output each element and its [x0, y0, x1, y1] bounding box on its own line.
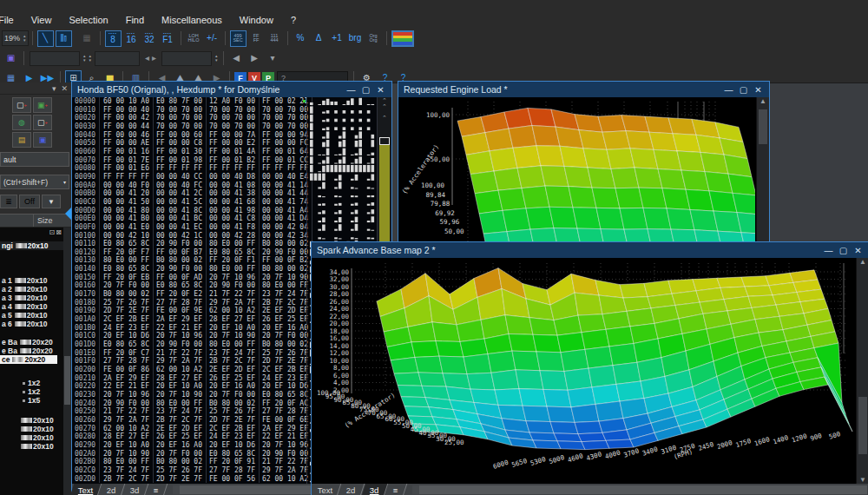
spark-advance-3d-chart[interactable]: 34,0032,0030,0028,0026,0024,0022,0020,00… — [312, 258, 855, 484]
dec-display-icon[interactable]: 499SEC — [230, 30, 247, 47]
minimize-icon[interactable]: — — [721, 85, 736, 95]
map-list-item[interactable]: 20x10 — [0, 433, 71, 442]
close-icon[interactable]: ✕ — [373, 85, 388, 95]
close-icon[interactable]: ✕ — [851, 246, 865, 255]
map-list-item[interactable]: e Ba20x20 — [0, 346, 71, 355]
hex-row: 00140E0 80 65 8C20 90 F0 0080 E0 00 FFB0… — [72, 265, 306, 274]
hex-row: 0024020 90 F0 0080 E0 00 FFB0 80 00 02FF… — [72, 399, 306, 408]
width-32-button[interactable]: 32 — [141, 30, 158, 47]
hexdump-titlebar[interactable]: Honda BF50 (Orignal), , Hexdump * for Do… — [72, 82, 391, 97]
map-list-item[interactable]: 1x2 — [0, 387, 71, 396]
map-list-item[interactable]: 20x10 — [0, 425, 71, 433]
map-list-item[interactable]: ce20x20 — [0, 355, 57, 364]
maximize-icon[interactable]: ▢ — [736, 85, 751, 95]
delta-button[interactable]: Δ — [311, 30, 327, 47]
menu-find[interactable]: Find — [117, 15, 153, 25]
width-16-button[interactable]: 16 — [123, 30, 140, 47]
width-f1-button[interactable]: F1 — [160, 30, 176, 47]
toolbar-combo[interactable] — [30, 51, 80, 66]
map-list-item[interactable]: ngi20x10 — [0, 241, 71, 250]
map-list-item[interactable]: 1x5 — [0, 396, 71, 405]
plugin-puzzle-icon[interactable]: ▣ — [33, 132, 52, 148]
map-list-item[interactable]: 1x2 — [0, 379, 71, 387]
hex-row: 0016020 7F F0 00E0 80 65 8C20 90 F0 0080… — [72, 281, 306, 290]
minimize-icon[interactable]: — — [344, 85, 358, 95]
svg-text:2000: 2000 — [716, 439, 733, 451]
tab-text[interactable]: Text — [70, 484, 102, 495]
image-icon[interactable]: ▤ — [12, 132, 31, 148]
map-list-item[interactable]: a 520x10 — [0, 311, 71, 320]
profile-field[interactable]: ault — [0, 152, 69, 167]
tab-2d[interactable]: 2d — [339, 484, 365, 495]
map-list-item[interactable]: a 220x10 — [0, 285, 71, 294]
off-toggle[interactable]: Off — [19, 195, 40, 208]
tab-3d[interactable]: 3d — [122, 484, 148, 495]
tab-scroll-strip[interactable] — [412, 485, 867, 494]
tab-3d[interactable]: 3d — [362, 484, 388, 495]
chevron-down-icon[interactable]: ▾ — [52, 84, 56, 93]
map-list-item[interactable]: 20x10 — [0, 442, 71, 451]
color-scale-button[interactable] — [391, 30, 414, 47]
tab--[interactable]: ≡ — [145, 484, 167, 495]
map-list-item[interactable]: 20x10 — [0, 416, 71, 425]
menu-file[interactable]: File — [0, 15, 23, 25]
map-list[interactable]: ⊡⊠ ngi20x10a 120x10a 220x10a 320x10a 420… — [0, 228, 71, 495]
menu-view[interactable]: View — [23, 15, 61, 25]
zoom-level[interactable]: 19%▴▾ — [2, 30, 29, 46]
menu-selection[interactable]: Selection — [60, 15, 116, 25]
tab-text[interactable]: Text — [310, 484, 342, 495]
map-list-item[interactable]: a 620x10 — [0, 320, 71, 328]
percent-button[interactable]: % — [293, 30, 309, 47]
draw-mode-icon[interactable]: ╲ — [37, 30, 54, 47]
filter-drop-button[interactable]: ▼ — [42, 195, 61, 208]
spark-advance-titlebar[interactable]: Spark Advance Base map 2 * — ▢ ✕ — [312, 242, 868, 258]
bin-display-icon[interactable]: 111444 — [266, 30, 283, 47]
pan-icon[interactable]: ◂ ▸ — [142, 50, 159, 67]
map-list-item[interactable]: e Ba20x20 — [0, 338, 71, 346]
toolbar-combo[interactable] — [161, 51, 212, 66]
close-icon[interactable]: ✕ — [61, 84, 68, 93]
toolbar-spinner[interactable]: ▴▾ — [89, 54, 92, 63]
tab--[interactable]: ≡ — [385, 484, 406, 495]
size-column-header[interactable]: Size — [0, 214, 71, 228]
filter-lines-icon[interactable]: ≣ — [0, 195, 17, 208]
window-layout-icon[interactable]: ▣ — [3, 50, 19, 67]
sign-icon[interactable]: +/- — [204, 30, 220, 47]
globe-icon[interactable]: ◍ — [12, 115, 31, 130]
plus-one-button[interactable]: +1 — [329, 30, 345, 47]
org-button[interactable]: OrgOrg — [365, 30, 382, 47]
search-shortcut-dropdown[interactable]: (Ctrl+Shift+F)▾ — [0, 175, 69, 189]
brg-button[interactable]: brg — [347, 30, 364, 47]
maximize-icon[interactable]: ▢ — [836, 246, 851, 255]
list-view-icons[interactable]: ⊡⊠ — [49, 228, 62, 236]
close-icon[interactable]: ✕ — [751, 85, 766, 95]
menu-miscellaneous[interactable]: Miscellaneous — [153, 15, 231, 25]
nav-forward-button[interactable]: ▶ — [247, 50, 263, 67]
minimize-icon[interactable]: — — [821, 246, 836, 255]
import-file-icon[interactable]: ▣+ — [33, 97, 52, 113]
copy-file-icon[interactable]: ▢+ — [33, 115, 52, 130]
byte-order-icon[interactable]: LOHHILO — [186, 30, 202, 47]
maximize-icon[interactable]: ▢ — [358, 85, 373, 95]
nav-back-button[interactable]: ◀ — [228, 50, 245, 67]
spark-advance-scrollbar[interactable]: ▲▼ — [856, 258, 868, 484]
map-list-item[interactable]: a 120x10 — [0, 276, 71, 285]
map-list-item[interactable]: a 320x10 — [0, 294, 71, 302]
toolbar-combo[interactable] — [95, 51, 140, 66]
hex-display-icon[interactable]: FFFF — [248, 30, 265, 47]
width-8-button[interactable]: 8 — [105, 30, 122, 47]
nav-drop-button[interactable]: ▾ — [265, 50, 281, 67]
menu-window[interactable]: Window — [231, 15, 282, 25]
grid-view-icon[interactable]: ▦ — [79, 30, 95, 47]
new-file-icon[interactable]: ▢+ — [12, 97, 31, 113]
histogram-view-icon[interactable]: ⫼⫾ — [56, 30, 72, 47]
toolbar-spinner[interactable]: ▴▾ — [215, 54, 218, 63]
hexdump-title: Honda BF50 (Orignal), , Hexdump * for Do… — [77, 84, 344, 95]
toolbar-spinner[interactable]: ▴▾ — [83, 54, 86, 63]
tab-2d[interactable]: 2d — [99, 484, 125, 495]
map-list-item[interactable]: a 420x10 — [0, 302, 71, 311]
hex-grid[interactable]: 0000060 00 10 A0E0 80 7F 0012 A0 F0 00FF… — [72, 97, 306, 484]
requested-load-titlebar[interactable]: Requested Engine Load * — ▢ ✕ — [398, 82, 769, 97]
map-list-scrollbar[interactable] — [63, 228, 71, 495]
menu--[interactable]: ? — [282, 15, 305, 25]
